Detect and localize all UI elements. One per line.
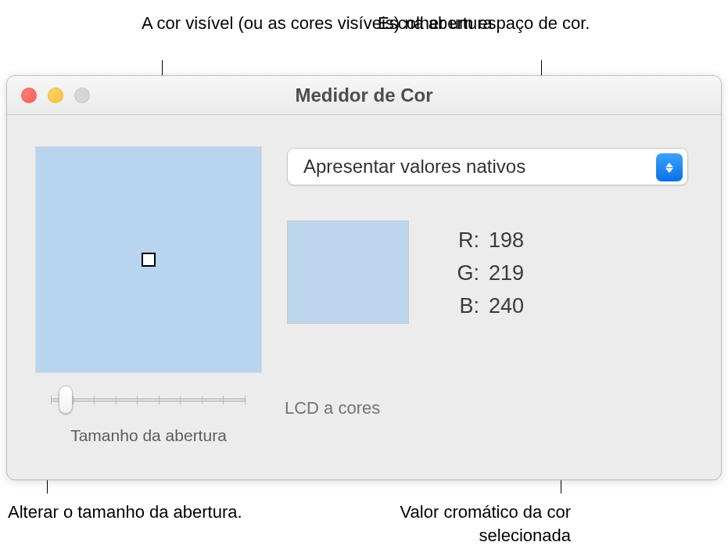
- label-r: R:: [446, 224, 479, 257]
- slider-knob[interactable]: [59, 386, 73, 414]
- aperture-size-slider-group: Tamanho da abertura: [35, 390, 262, 445]
- display-profile-name: LCD a cores: [285, 398, 380, 418]
- slider-tick: [202, 396, 203, 404]
- slider-tick: [137, 396, 138, 404]
- callout-change-size: Alterar o tamanho da abertura.: [8, 501, 242, 524]
- traffic-lights: [21, 88, 90, 103]
- value-r: 198: [489, 224, 543, 257]
- callout-chroma-value: Valor cromático da cor selecionada: [375, 501, 571, 547]
- window-title: Medidor de Cor: [7, 84, 721, 106]
- window-zoom-button[interactable]: [74, 88, 90, 103]
- aperture-size-slider[interactable]: [51, 390, 246, 409]
- value-row-b: B: 240: [446, 290, 543, 323]
- slider-tick: [245, 396, 246, 404]
- color-space-dropdown[interactable]: Apresentar valores nativos: [287, 148, 688, 185]
- callout-choose-space: Escolher um espaço de cor.: [378, 12, 590, 35]
- value-b: 240: [489, 290, 543, 323]
- window-close-button[interactable]: [21, 88, 37, 103]
- slider-tick: [159, 396, 160, 404]
- slider-tick: [116, 396, 117, 404]
- dropdown-arrow-button[interactable]: [656, 153, 683, 181]
- selected-color-swatch: [287, 221, 409, 324]
- slider-rail: [51, 398, 246, 402]
- slider-tick: [51, 396, 52, 404]
- chevron-up-icon: [665, 163, 673, 167]
- slider-tick: [180, 396, 181, 404]
- titlebar: Medidor de Cor: [7, 76, 721, 115]
- slider-label: Tamanho da abertura: [35, 426, 262, 445]
- dropdown-selected-label: Apresentar valores nativos: [303, 156, 525, 178]
- app-window: Medidor de Cor Tamanho da abertura: [6, 75, 722, 480]
- value-row-g: G: 219: [446, 257, 543, 290]
- slider-tick: [94, 396, 95, 404]
- value-g: 219: [489, 257, 543, 290]
- value-row-r: R: 198: [446, 224, 543, 257]
- window-minimize-button[interactable]: [48, 88, 63, 103]
- label-g: G:: [446, 257, 479, 290]
- chevron-down-icon: [665, 168, 673, 173]
- slider-tick: [223, 396, 224, 404]
- aperture-preview: [35, 146, 262, 373]
- window-content: Tamanho da abertura Apresentar valores n…: [7, 115, 721, 479]
- color-values: R: 198 G: 219 B: 240: [446, 224, 543, 323]
- aperture-target-marker: [142, 253, 156, 267]
- label-b: B:: [446, 290, 479, 323]
